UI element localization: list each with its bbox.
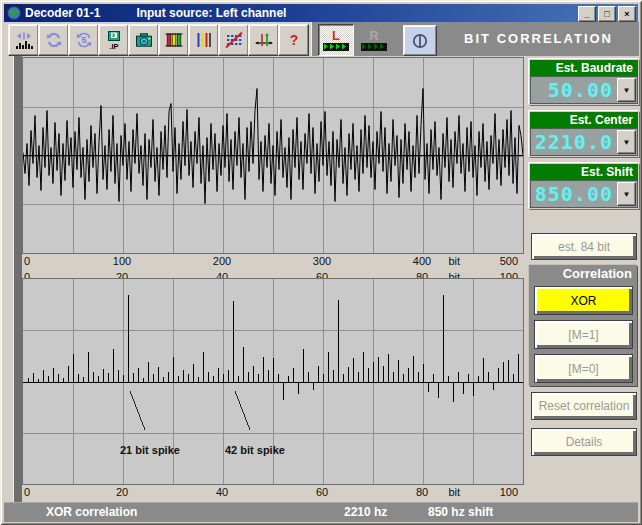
chevron-down-icon[interactable]: ▼ [617,130,636,154]
bottom-chart-x-axis: 020406080100bit [22,486,522,501]
status-shift: 850 hz shift [428,505,493,519]
toolbar-camera-button[interactable] [128,24,159,56]
clipped-axis-row: 020406080100bit [22,271,522,278]
window-title: Decoder 01-1 [25,6,100,20]
top-correlation-chart [22,57,524,254]
save-ip-icon: .IP [104,30,124,50]
axis-tick: 60 [316,271,328,278]
axis-tick: 300 [313,255,331,267]
axis-unit-label: bit [448,486,460,498]
est-baudrate-combo[interactable]: 50.00 ▼ [530,76,638,104]
left-channel-icon [323,43,349,51]
axis-tick: 40 [216,486,228,498]
status-bar: XOR correlation 2210 hz 850 hz shift [4,502,638,522]
toolbar-spectral-lines-button[interactable] [188,24,219,56]
maximize-button[interactable]: □ [598,6,616,22]
toolbar-refresh-button[interactable] [38,24,69,56]
decoder-window: Decoder 01-1 Input source: Left channel … [0,0,642,525]
left-channel-button[interactable]: L [318,24,354,56]
axis-tick: 20 [116,486,128,498]
camera-icon [134,30,154,50]
toolbar: 5 .IP [4,22,638,56]
est-84-bit-button[interactable]: est. 84 bit [531,233,637,260]
axis-tick: 60 [316,486,328,498]
right-channel-icon [361,43,387,51]
est-shift-label: Est. Shift [530,164,638,180]
est-center-panel: Est. Center 2210.0 ▼ [529,111,639,157]
right-channel-button[interactable]: R [356,24,392,56]
spike-annotation: 42 bit spike [225,444,285,456]
refresh-5-icon: 5 [74,30,94,50]
minimize-button[interactable]: _ [578,6,596,22]
toolbar-spectrum-button[interactable] [8,24,39,56]
axis-tick: 100 [113,255,131,267]
status-mode: XOR correlation [46,505,137,519]
axis-tick: 200 [213,255,231,267]
correlation-panel: Correlation XOR [M=1] [M=0] [529,265,637,386]
axis-tick: 100 [500,271,518,278]
est-baudrate-value: 50.00 [531,78,617,102]
globe-icon [7,6,21,20]
reset-correlation-button[interactable]: Reset correlation [531,392,637,420]
chart-panel-edge [13,56,22,502]
details-button[interactable]: Details [531,428,637,456]
est-baudrate-label: Est. Baudrate [530,60,638,76]
close-button[interactable]: × [618,6,636,22]
refresh-icon [44,30,64,50]
svg-text:?: ? [289,32,298,48]
toolbar-refresh-5-button[interactable]: 5 [68,24,99,56]
xor-button[interactable]: XOR [534,286,633,315]
svg-text:5: 5 [81,35,86,45]
m1-button[interactable]: [M=1] [534,320,633,349]
spike-correlation-chart: 21 bit spike42 bit spike [22,278,524,485]
toolbar-colored-bars-button[interactable] [158,24,189,56]
input-source-label: Input source: Left channel [136,6,286,20]
toolbar-grid-off-button[interactable] [218,24,249,56]
chart-line [235,391,250,430]
toolbar-help-button[interactable]: ? [278,24,309,56]
axis-unit-label: bit [448,255,460,267]
marker-axis-icon [254,30,274,50]
right-channel-label: R [369,30,378,42]
phase-button[interactable] [403,25,437,56]
axis-tick: 100 [500,486,518,498]
toolbar-marker-axis-button[interactable] [248,24,279,56]
title-bar[interactable]: Decoder 01-1 Input source: Left channel … [4,4,638,22]
axis-tick: 20 [116,271,128,278]
help-icon: ? [284,30,304,50]
grid-off-icon [224,30,244,50]
correlation-panel-title: Correlation [529,265,637,283]
est-shift-panel: Est. Shift 850.00 ▼ [529,163,639,209]
axis-tick: 40 [216,271,228,278]
chevron-down-icon[interactable]: ▼ [617,182,636,206]
m0-button[interactable]: [M=0] [534,354,633,383]
toolbar-save-ip-button[interactable]: .IP [98,24,129,56]
axis-tick: 500 [500,255,518,267]
spectral-lines-icon [194,30,214,50]
est-center-label: Est. Center [530,112,638,128]
axis-unit-label: bit [448,271,460,278]
colored-bars-icon [164,30,184,50]
page-title: BIT CORRELATION [464,22,613,56]
est-center-combo[interactable]: 2210.0 ▼ [530,128,638,156]
phase-circle-icon [410,31,430,51]
svg-text:.IP: .IP [109,42,118,50]
left-channel-label: L [332,30,340,42]
axis-tick: 0 [24,255,30,267]
axis-tick: 0 [24,486,30,498]
est-shift-value: 850.00 [531,182,617,206]
est-center-value: 2210.0 [531,130,617,154]
est-baudrate-panel: Est. Baudrate 50.00 ▼ [529,59,639,105]
chevron-down-icon[interactable]: ▼ [617,78,636,102]
axis-tick: 0 [24,271,30,278]
spike-annotation: 21 bit spike [120,444,180,456]
status-center-freq: 2210 hz [344,505,387,519]
toolbar-gray-panel: L R BIT CORRELATION [311,22,639,56]
chart-line [130,391,145,430]
axis-tick: 400 [413,255,431,267]
top-chart-x-axis: 0100200300400500bit [22,255,522,270]
spectrum-icon [14,30,34,50]
axis-tick: 80 [416,271,428,278]
est-shift-combo[interactable]: 850.00 ▼ [530,180,638,208]
axis-tick: 80 [416,486,428,498]
